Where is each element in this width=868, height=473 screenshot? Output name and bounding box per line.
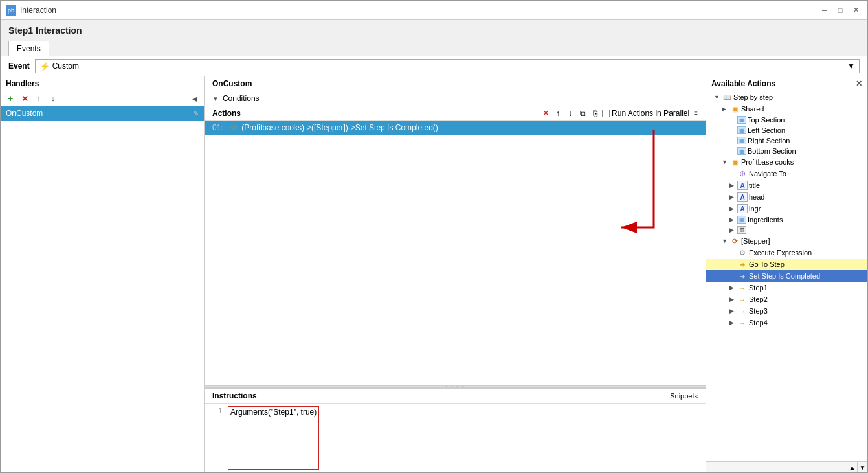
close-available-button[interactable]: ✕ <box>856 79 862 88</box>
line-number: 1 <box>210 406 223 470</box>
main-window: pb Interaction ─ □ ✕ Step1 Interaction E… <box>0 0 868 473</box>
tree-label: Left Section <box>748 126 785 134</box>
tree-item-set-step-completed[interactable]: ➔ Set Step Is Completed <box>706 270 867 282</box>
title-bar: pb Interaction ─ □ ✕ <box>1 1 867 20</box>
add-handler-button[interactable]: + <box>5 93 16 104</box>
tree-step-small-icon: ➔ <box>737 271 748 281</box>
move-down-button[interactable]: ↓ <box>47 93 59 104</box>
handler-item-oncustom[interactable]: OnCustom ✎ <box>1 106 204 121</box>
tree-item-step4[interactable]: ▶ → Step4 <box>706 317 867 329</box>
maximize-button[interactable]: □ <box>834 4 847 17</box>
action-row-1[interactable]: 01: ⚙ (Profitbase cooks)->([Stepper])->S… <box>205 121 706 135</box>
tree-label: Bottom Section <box>748 147 796 155</box>
tree-item-right-section[interactable]: ▦ Right Section <box>706 135 867 146</box>
tree-nav-icon: ⊕ <box>737 169 748 178</box>
red-arrow-svg <box>615 124 693 253</box>
event-value: Custom <box>52 62 79 71</box>
delete-action-button[interactable]: ✕ <box>540 108 551 118</box>
tree-label: [Stepper] <box>741 237 770 245</box>
tree-expand-arrow: ▼ <box>714 94 720 100</box>
available-actions-panel: Available Actions ✕ ▼ 📖 Step by step ▶ ▣… <box>706 76 867 472</box>
tree-expand-arrow: ▶ <box>729 227 736 233</box>
tree-txt-icon: A <box>737 192 748 202</box>
tree-folder-icon: ▣ <box>729 104 740 113</box>
tree-step4-icon: → <box>737 318 748 327</box>
collapse-panel-button[interactable]: ◀ <box>190 93 200 104</box>
move-action-down-button[interactable]: ↓ <box>565 109 575 118</box>
tree-item-image[interactable]: ▶ 🖼 <box>706 225 867 235</box>
tree-item-bottom-section[interactable]: ▦ Bottom Section <box>706 146 867 156</box>
conditions-arrow-icon: ▼ <box>212 95 219 102</box>
tree-item-profitbase-cooks[interactable]: ▼ ▣ Profitbase cooks <box>706 156 867 168</box>
tree-item-top-section[interactable]: ▦ Top Section <box>706 115 867 125</box>
tree-expand-arrow: ▶ <box>729 284 736 291</box>
tree-expand-arrow: ▶ <box>722 106 728 112</box>
tree-item-left-section[interactable]: ▦ Left Section <box>706 125 867 135</box>
action-icon: ⚙ <box>230 124 237 132</box>
snippets-button[interactable]: Snippets <box>670 392 698 400</box>
tree-page-icon: ▦ <box>737 126 746 134</box>
tree-label: Step1 <box>749 284 768 292</box>
handlers-label: Handlers <box>6 79 39 88</box>
tree-page-icon: ▦ <box>737 137 746 144</box>
tree-label: ingr <box>749 205 761 213</box>
tree-item-step-by-step[interactable]: ▼ 📖 Step by step <box>706 91 867 103</box>
tree-step1-icon: → <box>737 283 748 292</box>
collapse-actions-button[interactable]: ≡ <box>694 110 698 117</box>
tree-item-title[interactable]: ▶ A title <box>706 179 867 191</box>
tree-step-icon: ⟳ <box>729 236 740 246</box>
tree-label: Step2 <box>749 295 768 303</box>
minimize-button[interactable]: ─ <box>818 4 831 17</box>
arrow-overlay <box>615 121 693 385</box>
tree-step3-icon: → <box>737 306 748 316</box>
main-content: Handlers + ✕ ↑ ↓ ◀ OnCustom ✎ OnCustom <box>1 76 867 472</box>
actions-label: Actions <box>212 109 241 118</box>
conditions-bar[interactable]: ▼ Conditions <box>205 91 706 106</box>
event-select[interactable]: ⚡ Custom ▼ <box>35 59 860 73</box>
move-up-button[interactable]: ↑ <box>33 93 45 104</box>
actions-toolbar: ✕ ↑ ↓ ⧉ ⎘ Run Actions in Parallel ≡ <box>540 108 698 118</box>
tree-label: Step4 <box>749 319 768 327</box>
tree-expand-arrow: ▶ <box>729 182 736 189</box>
close-window-button[interactable]: ✕ <box>849 4 862 17</box>
tree-item-step3[interactable]: ▶ → Step3 <box>706 305 867 317</box>
tree-expand-arrow: ▶ <box>729 205 736 212</box>
tree-label: Right Section <box>748 137 790 144</box>
available-actions-header: Available Actions ✕ <box>706 76 867 91</box>
tree-item-ingredients[interactable]: ▶ ▦ Ingredients <box>706 214 867 225</box>
tree-item-head[interactable]: ▶ A head <box>706 191 867 203</box>
scroll-down-button[interactable]: ▼ <box>857 462 867 472</box>
parallel-checkbox-container[interactable]: Run Actions in Parallel <box>602 109 689 118</box>
tree-item-step1[interactable]: ▶ → Step1 <box>706 282 867 294</box>
move-action-up-button[interactable]: ↑ <box>553 109 563 118</box>
tree-page-icon: ▦ <box>737 216 746 224</box>
actions-panel: OnCustom ▼ Conditions Actions ✕ ↑ ↓ ⧉ ⎘ <box>205 76 706 472</box>
tree-item-ingr[interactable]: ▶ A ingr <box>706 203 867 214</box>
tab-events[interactable]: Events <box>8 41 49 56</box>
tree-item-navigate-to[interactable]: ⊕ Navigate To <box>706 168 867 179</box>
paste-action-button[interactable]: ⎘ <box>590 109 600 118</box>
tree-item-shared[interactable]: ▶ ▣ Shared <box>706 103 867 115</box>
instructions-label: Instructions <box>212 391 257 400</box>
tree-label: Navigate To <box>749 170 786 178</box>
parallel-label: Run Actions in Parallel <box>612 109 689 118</box>
app-icon: pb <box>6 5 16 16</box>
page-title: Step1 Interaction <box>1 20 867 38</box>
tree-item-go-to-step[interactable]: ➔ Go To Step <box>706 259 867 270</box>
tree-expand-arrow: ▶ <box>729 319 736 326</box>
tree-item-execute-expression[interactable]: ⚙ Execute Expression <box>706 247 867 259</box>
handlers-panel: Handlers + ✕ ↑ ↓ ◀ OnCustom ✎ <box>1 76 205 472</box>
delete-handler-button[interactable]: ✕ <box>19 93 30 104</box>
handler-edit-icon[interactable]: ✎ <box>194 110 199 117</box>
tree-step2-icon: → <box>737 295 748 304</box>
scroll-up-button[interactable]: ▲ <box>847 462 857 472</box>
tree-expand-arrow: ▶ <box>729 308 736 314</box>
handlers-list: OnCustom ✎ <box>1 106 204 472</box>
copy-action-button[interactable]: ⧉ <box>577 109 588 118</box>
title-bar-controls: ─ □ ✕ <box>818 4 862 17</box>
tree-item-stepper[interactable]: ▼ ⟳ [Stepper] <box>706 235 867 247</box>
tree-item-step2[interactable]: ▶ → Step2 <box>706 294 867 305</box>
parallel-checkbox[interactable] <box>602 110 610 117</box>
available-actions-label: Available Actions <box>711 79 775 88</box>
tree-img-icon: 🖼 <box>737 226 746 234</box>
